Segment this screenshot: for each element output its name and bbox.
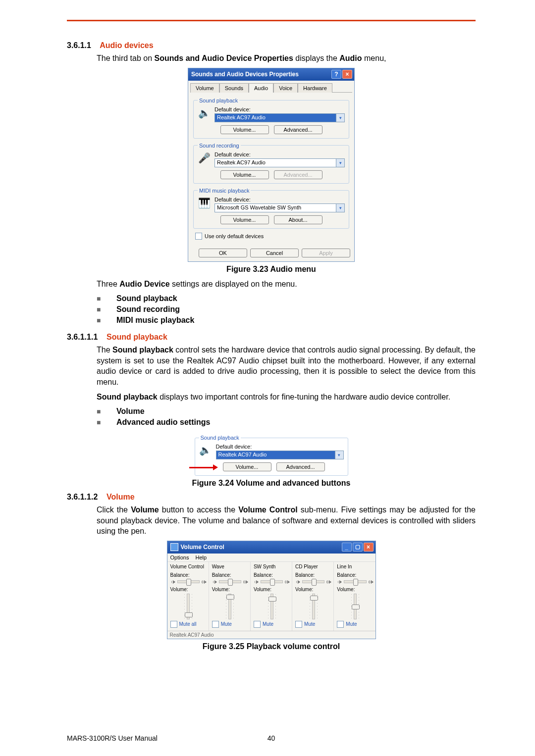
ok-button[interactable]: OK xyxy=(199,249,247,257)
group-legend: MIDI music playback xyxy=(198,188,251,194)
chevron-down-icon[interactable]: ▾ xyxy=(336,159,344,167)
mute-checkbox[interactable]: Mute xyxy=(295,621,331,628)
group-legend: Sound recording xyxy=(198,143,241,149)
intro-paragraph: The third tab on Sounds and Audio Device… xyxy=(97,53,476,64)
dialog-button-row: OK Cancel Apply xyxy=(188,246,354,261)
maximize-button[interactable]: ▢ xyxy=(353,543,363,552)
heading-title: Volume xyxy=(107,493,135,501)
volume-slider[interactable] xyxy=(212,594,248,618)
checkbox-icon[interactable] xyxy=(337,621,344,628)
speaker-right-icon: 🕪 xyxy=(284,579,290,585)
playback-device-dropdown[interactable]: Realtek AC97 Audio ▾ xyxy=(214,113,345,122)
chevron-down-icon[interactable]: ▾ xyxy=(336,114,344,122)
mute-checkbox[interactable]: Mute xyxy=(337,621,373,628)
mute-checkbox[interactable]: Mute all xyxy=(170,621,207,628)
close-button[interactable]: × xyxy=(364,543,374,552)
volume-control-window: Volume Control _ ▢ × Options Help Volume… xyxy=(167,541,376,639)
checkbox-icon[interactable] xyxy=(212,621,219,628)
mute-checkbox[interactable]: Mute xyxy=(212,621,248,628)
checkbox-icon[interactable] xyxy=(254,621,261,628)
channel-name: Line In xyxy=(337,564,373,569)
list-item: Advanced audio settings xyxy=(97,417,476,428)
checkbox-icon[interactable] xyxy=(295,621,302,628)
balance-slider[interactable]: 🕩🕪 xyxy=(295,579,331,585)
checkbox-icon[interactable] xyxy=(170,621,177,628)
speaker-left-icon: 🕩 xyxy=(212,579,217,585)
heading-sound-playback: 3.6.1.1.1 Sound playback xyxy=(67,333,476,342)
tab-audio[interactable]: Audio xyxy=(249,83,273,93)
heading-num: 3.6.1.1.2 xyxy=(67,493,98,501)
list-item: Sound recording xyxy=(97,304,476,315)
playback-volume-button[interactable]: Volume... xyxy=(220,125,269,134)
use-default-checkbox-row[interactable]: Use only default devices xyxy=(195,233,349,240)
volume-label: Volume: xyxy=(295,587,331,592)
heading-audio-devices: 3.6.1.1 Audio devices xyxy=(67,41,476,50)
dialog-titlebar[interactable]: Sounds and Audio Devices Properties ? × xyxy=(188,68,354,81)
balance-slider[interactable]: 🕩🕪 xyxy=(337,579,373,585)
close-button[interactable]: × xyxy=(342,70,352,79)
group-legend: Sound playback xyxy=(198,98,239,103)
menu-help[interactable]: Help xyxy=(195,554,207,560)
speaker-right-icon: 🕪 xyxy=(326,579,331,585)
tab-voice[interactable]: Voice xyxy=(273,83,298,93)
volume-slider[interactable] xyxy=(295,594,331,618)
playback-advanced-button[interactable]: Advanced... xyxy=(274,125,322,134)
cancel-button[interactable]: Cancel xyxy=(250,249,299,257)
recording-volume-button[interactable]: Volume... xyxy=(220,170,269,179)
checkbox-label: Use only default devices xyxy=(205,233,264,239)
help-button[interactable]: ? xyxy=(331,70,341,79)
sound-playback-group: Sound playback 🔈 Default device: Realtek… xyxy=(195,435,348,476)
volume-slider[interactable] xyxy=(337,594,373,618)
speaker-icon: 🔈 xyxy=(198,106,211,119)
playback-advanced-button[interactable]: Advanced... xyxy=(276,462,325,471)
volctrl-menubar[interactable]: Options Help xyxy=(167,554,375,562)
dropdown-value: Realtek AC97 Audio xyxy=(215,114,336,122)
list-item: Volume xyxy=(97,406,476,417)
volume-column: WaveBalance:🕩🕪Volume:Mute xyxy=(209,562,251,631)
mute-checkbox[interactable]: Mute xyxy=(254,621,290,628)
midi-volume-button[interactable]: Volume... xyxy=(220,215,269,224)
sound-recording-group: Sound recording 🎤 Default device: Realte… xyxy=(193,143,349,184)
tab-sounds[interactable]: Sounds xyxy=(219,83,249,93)
midi-device-dropdown[interactable]: Microsoft GS Wavetable SW Synth ▾ xyxy=(214,203,345,212)
speaker-right-icon: 🕪 xyxy=(368,579,374,585)
volctrl-columns: Volume ControlBalance:🕩🕪Volume:Mute allW… xyxy=(167,562,375,631)
dropdown-value: Realtek AC97 Audio xyxy=(216,451,335,459)
balance-slider[interactable]: 🕩🕪 xyxy=(254,579,290,585)
balance-label: Balance: xyxy=(295,572,331,578)
volume-slider[interactable] xyxy=(254,594,290,618)
volctrl-statusbar: Realtek AC97 Audio xyxy=(167,631,375,639)
minimize-button[interactable]: _ xyxy=(342,543,352,552)
chevron-down-icon[interactable]: ▾ xyxy=(336,204,344,212)
balance-slider[interactable]: 🕩🕪 xyxy=(170,579,207,585)
recording-device-dropdown[interactable]: Realtek AC97 Audio ▾ xyxy=(214,158,345,167)
sound-playback-para1: The Sound playback control sets the hard… xyxy=(97,345,476,387)
dialog-title: Sounds and Audio Devices Properties xyxy=(191,71,330,78)
menu-options[interactable]: Options xyxy=(170,554,189,560)
midi-about-button[interactable]: About... xyxy=(274,215,322,224)
dropdown-value: Microsoft GS Wavetable SW Synth xyxy=(215,204,336,212)
tab-volume[interactable]: Volume xyxy=(190,83,219,93)
page-footer: MARS-3100R/S User Manual 40 xyxy=(67,734,476,742)
speaker-left-icon: 🕩 xyxy=(170,579,176,585)
channel-name: Wave xyxy=(212,564,248,569)
figure-caption-24: Figure 3.24 Volume and advanced buttons xyxy=(67,479,476,488)
default-device-label: Default device: xyxy=(214,197,345,202)
chevron-down-icon[interactable]: ▾ xyxy=(335,451,343,459)
checkbox-icon[interactable] xyxy=(195,233,202,240)
channel-name: CD Player xyxy=(295,564,331,569)
playback-volume-button[interactable]: Volume... xyxy=(223,462,271,471)
volume-label: Volume: xyxy=(170,587,207,592)
playback-device-dropdown[interactable]: Realtek AC97 Audio ▾ xyxy=(216,451,344,459)
tab-hardware[interactable]: Hardware xyxy=(298,83,332,93)
balance-label: Balance: xyxy=(212,572,248,578)
volctrl-title: Volume Control xyxy=(181,544,341,551)
microphone-icon: 🎤 xyxy=(198,151,211,164)
volume-slider[interactable] xyxy=(170,594,207,618)
page-top-rule xyxy=(67,20,476,21)
channel-name: Volume Control xyxy=(170,564,207,569)
balance-slider[interactable]: 🕩🕪 xyxy=(212,579,248,585)
volume-label: Volume: xyxy=(212,587,248,592)
volctrl-titlebar[interactable]: Volume Control _ ▢ × xyxy=(167,541,375,554)
heading-num: 3.6.1.1 xyxy=(67,41,91,50)
